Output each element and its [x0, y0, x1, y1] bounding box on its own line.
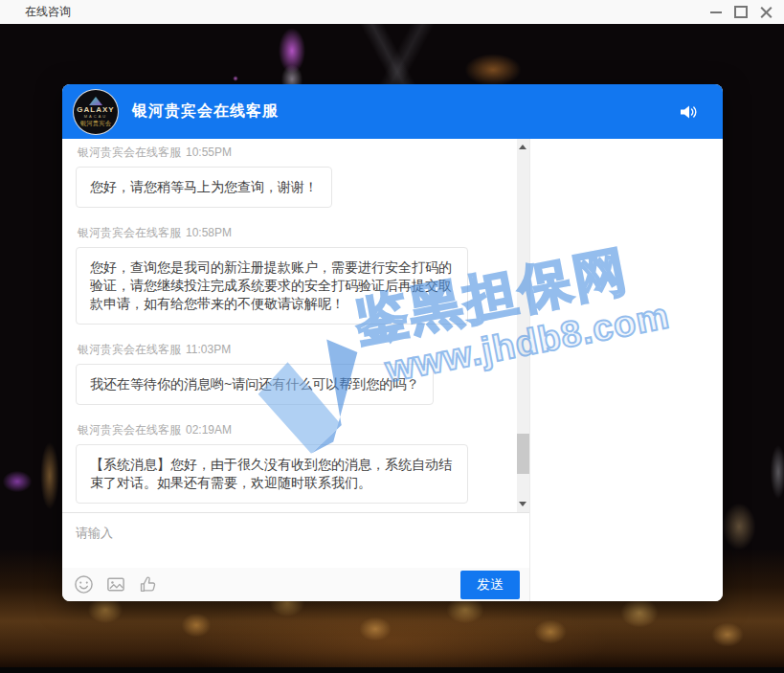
- message-time: 10:58PM: [186, 226, 232, 239]
- message-sender: 银河贵宾会在线客服: [78, 423, 181, 437]
- message-time: 02:19AM: [186, 423, 232, 437]
- logo-text-galaxy: GALAXY: [77, 106, 114, 114]
- close-button[interactable]: [753, 2, 778, 23]
- speaker-icon: [679, 103, 698, 121]
- picture-icon: [105, 574, 126, 594]
- message-input[interactable]: [62, 513, 529, 568]
- scroll-up-icon[interactable]: [519, 145, 526, 149]
- image-upload-button[interactable]: [105, 574, 126, 594]
- message-bubble: 我还在等待你的消息哟~请问还有什么可以帮到您的吗？: [76, 364, 434, 405]
- window-titlebar: 在线咨询: [0, 0, 784, 24]
- bottom-black-strip: [0, 667, 784, 673]
- message-bubble: 您好，请您稍等马上为您查询，谢谢！: [76, 167, 332, 208]
- message-meta: 银河贵宾会在线客服11:03PM: [78, 342, 497, 358]
- send-button[interactable]: 发送: [460, 571, 520, 599]
- emoji-button[interactable]: [74, 574, 94, 594]
- logo-text-macau: MACAU: [84, 115, 107, 119]
- message-sender: 银河贵宾会在线客服: [78, 226, 181, 239]
- smiley-icon: [74, 574, 94, 594]
- message-bubble: 【系统消息】您好，由于很久没有收到您的消息，系统自动结束了对话。如果还有需要，欢…: [76, 444, 468, 504]
- input-toolbar: 发送: [62, 568, 529, 601]
- window-title: 在线咨询: [25, 4, 71, 20]
- app-window: 在线咨询 GALAXY MACAU 银河贵宾会 银河贵宾会在线客服: [0, 0, 784, 673]
- message-group: 银河贵宾会在线客服10:58PM 您好，查询您是我司的新注册提款账户，需要进行安…: [76, 225, 497, 325]
- message-group: 银河贵宾会在线客服10:55PM 您好，请您稍等马上为您查询，谢谢！: [76, 145, 497, 208]
- maximize-icon: [734, 6, 748, 18]
- message-time: 10:55PM: [186, 146, 232, 159]
- message-meta: 银河贵宾会在线客服10:55PM: [78, 145, 497, 161]
- sound-toggle-button[interactable]: [679, 103, 698, 121]
- message-meta: 银河贵宾会在线客服02:19AM: [78, 422, 497, 438]
- message-sender: 银河贵宾会在线客服: [78, 343, 181, 356]
- window-controls: [704, 0, 778, 24]
- like-button[interactable]: [138, 574, 159, 594]
- chat-header: GALAXY MACAU 银河贵宾会 银河贵宾会在线客服: [62, 84, 723, 139]
- message-sender: 银河贵宾会在线客服: [78, 146, 181, 159]
- message-time: 11:03PM: [186, 343, 231, 356]
- message-group: 银河贵宾会在线客服11:03PM 我还在等待你的消息哟~请问还有什么可以帮到您的…: [76, 342, 497, 405]
- panel-right-blank: [529, 139, 723, 601]
- message-group: 银河贵宾会在线客服02:19AM 【系统消息】您好，由于很久没有收到您的消息，系…: [76, 422, 497, 504]
- message-bubble: 您好，查询您是我司的新注册提款账户，需要进行安全打码的验证，请您继续投注完成系统…: [76, 247, 468, 325]
- message-list: 银河贵宾会在线客服10:55PM 您好，请您稍等马上为您查询，谢谢！ 银河贵宾会…: [62, 139, 529, 512]
- message-scrollbar[interactable]: [517, 139, 529, 512]
- logo-text-cn: 银河贵宾会: [80, 121, 112, 127]
- minimize-button[interactable]: [704, 2, 728, 23]
- chat-body: 银河贵宾会在线客服10:55PM 您好，请您稍等马上为您查询，谢谢！ 银河贵宾会…: [62, 139, 723, 601]
- close-icon: [760, 6, 773, 18]
- chat-widget: GALAXY MACAU 银河贵宾会 银河贵宾会在线客服 银河贵宾会在线客服1: [62, 84, 723, 601]
- minimize-icon: [710, 11, 722, 13]
- thumbs-up-icon: [138, 574, 159, 594]
- message-meta: 银河贵宾会在线客服10:58PM: [78, 225, 497, 241]
- chat-column: 银河贵宾会在线客服10:55PM 您好，请您稍等马上为您查询，谢谢！ 银河贵宾会…: [62, 139, 529, 601]
- maximize-button[interactable]: [728, 2, 753, 23]
- scrollbar-thumb[interactable]: [517, 434, 529, 474]
- galaxy-logo: GALAXY MACAU 银河贵宾会: [73, 89, 119, 135]
- input-area: 发送: [62, 512, 529, 601]
- chat-title: 银河贵宾会在线客服: [132, 101, 279, 122]
- logo-peak-icon: [89, 97, 102, 105]
- scroll-down-icon[interactable]: [519, 502, 526, 506]
